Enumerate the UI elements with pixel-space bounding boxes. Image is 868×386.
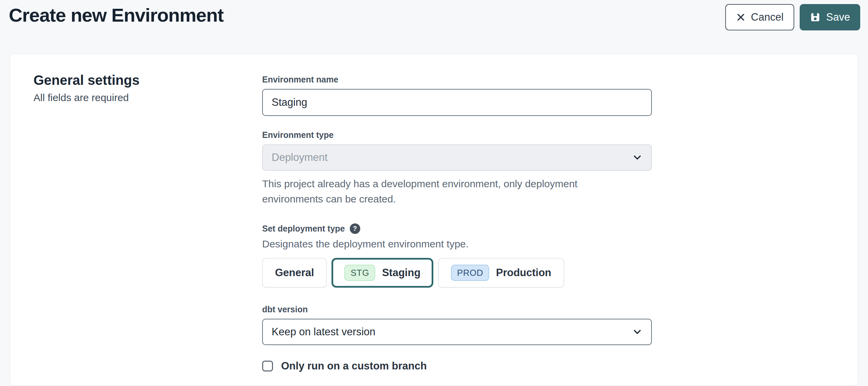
settings-form: Environment name Environment type Deploy… [262, 73, 652, 372]
question-mark-icon[interactable]: ? [350, 223, 360, 234]
section-subheading: All fields are required [33, 92, 262, 103]
deployment-type-options: General STG Staging PROD Production [262, 258, 652, 288]
prod-badge: PROD [451, 265, 489, 281]
section-intro: General settings All fields are required [33, 73, 262, 372]
deployment-option-production[interactable]: PROD Production [438, 258, 564, 288]
deployment-type-label: Set deployment type [262, 224, 345, 234]
environment-name-input[interactable] [262, 89, 652, 116]
deployment-type-label-row: Set deployment type ? [262, 223, 652, 234]
stg-badge: STG [344, 265, 375, 281]
x-icon [736, 13, 746, 22]
save-button-label: Save [826, 11, 850, 23]
section-heading: General settings [33, 73, 262, 88]
custom-branch-checkbox[interactable] [262, 361, 273, 371]
deployment-option-staging[interactable]: STG Staging [332, 258, 433, 288]
environment-type-select[interactable]: Deployment [262, 144, 652, 171]
header-actions: Cancel Save [725, 4, 860, 30]
deployment-option-general[interactable]: General [262, 258, 327, 288]
cancel-button[interactable]: Cancel [725, 4, 795, 30]
deployment-option-production-label: Production [496, 267, 551, 279]
cancel-button-label: Cancel [751, 11, 784, 23]
dbt-version-label: dbt version [262, 305, 652, 314]
environment-type-value: Deployment [272, 151, 327, 164]
save-button[interactable]: Save [800, 4, 860, 30]
chevron-down-icon [632, 152, 643, 163]
chevron-down-icon [632, 326, 643, 338]
general-settings-card: General settings All fields are required… [9, 53, 859, 386]
deployment-option-general-label: General [275, 267, 314, 279]
dbt-version-value: Keep on latest version [272, 326, 375, 338]
environment-type-label: Environment type [262, 130, 652, 140]
environment-type-helper: This project already has a development e… [262, 176, 638, 207]
deployment-type-description: Designates the deployment environment ty… [262, 238, 652, 250]
custom-branch-row: Only run on a custom branch [262, 360, 652, 372]
dbt-version-select[interactable]: Keep on latest version [262, 319, 652, 345]
environment-name-label: Environment name [262, 75, 652, 85]
page-header: Create new Environment Cancel Save [0, 0, 868, 53]
custom-branch-label: Only run on a custom branch [281, 360, 427, 372]
deployment-option-staging-label: Staging [382, 267, 420, 279]
floppy-disk-icon [810, 12, 821, 23]
